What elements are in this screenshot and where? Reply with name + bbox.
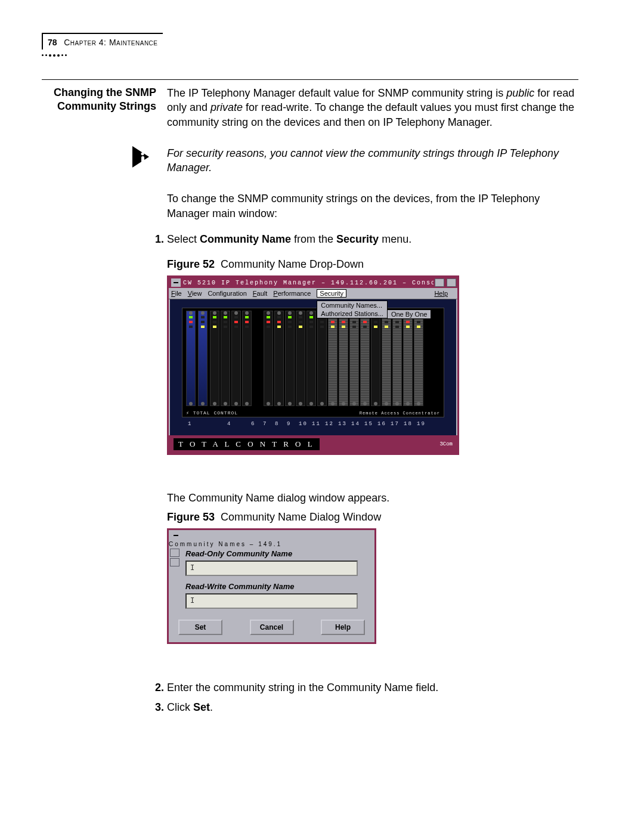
svg-marker-0: [132, 146, 149, 168]
chapter-label: Chapter 4: Maintenance: [64, 38, 157, 47]
figure52-caption: Figure 52 Community Name Drop-Down: [167, 258, 578, 271]
minimize-icon[interactable]: [170, 549, 179, 557]
dialog-titlebar[interactable]: Community Names – 149.1: [169, 531, 374, 543]
label-readonly: Read-Only Community Name: [185, 549, 374, 558]
dialog-title: Community Names – 149.1: [169, 541, 374, 547]
menu-configuration[interactable]: Configuration: [208, 290, 246, 297]
page-number: 78: [48, 38, 57, 47]
maximize-icon[interactable]: [447, 278, 456, 287]
info-arrow-icon: [132, 146, 156, 168]
submenu-one-by-one[interactable]: One By One: [387, 309, 432, 319]
chassis-label-right: Remote Access Concentrator: [360, 411, 440, 416]
intro-paragraph: The IP Telephony Manager default value f…: [167, 86, 578, 129]
system-menu-icon[interactable]: [171, 278, 181, 287]
chassis-label-left: ⚡ TOTAL CONTROL: [186, 410, 238, 416]
maximize-icon[interactable]: [170, 558, 179, 566]
dropdown-authorized-stations[interactable]: Authorized Stations... One By One: [317, 309, 387, 318]
console-title: CW 5210 IP Telephony Manager – 149.112.6…: [183, 280, 434, 286]
menu-view[interactable]: View: [188, 290, 202, 297]
svg-rect-2: [141, 156, 144, 163]
total-control-logo: T O T A L C O N T R O L: [174, 438, 320, 450]
console-footer: T O T A L C O N T R O L 3Com: [169, 435, 457, 453]
menu-file[interactable]: File: [171, 290, 182, 297]
brand-badge: 3Com: [439, 441, 453, 447]
after-fig52-text: The Community Name dialog window appears…: [167, 491, 578, 505]
minimize-icon[interactable]: [435, 278, 444, 287]
set-button[interactable]: Set: [178, 620, 222, 635]
console-titlebar[interactable]: CW 5210 IP Telephony Manager – 149.112.6…: [169, 277, 457, 288]
cancel-button[interactable]: Cancel: [250, 620, 294, 635]
system-menu-icon[interactable]: [171, 531, 181, 540]
svg-point-1: [141, 152, 144, 155]
security-note: For security reasons, you cannot view th…: [167, 146, 578, 175]
page-header: 78 Chapter 4: Maintenance: [42, 33, 163, 49]
menu-performance[interactable]: Performance: [273, 290, 311, 297]
decorative-dots: [42, 49, 78, 61]
section-title: Changing the SNMP Community Strings: [42, 86, 156, 114]
figure52-console-window: CW 5210 IP Telephony Manager – 149.112.6…: [167, 275, 459, 455]
input-readonly-community[interactable]: I: [185, 561, 358, 576]
figure53-dialog: Community Names – 149.1 Read-Only Commun…: [167, 528, 376, 644]
input-readwrite-community[interactable]: I: [185, 593, 358, 609]
step-1: Select Community Name from the Security …: [167, 231, 578, 247]
dropdown-community-names[interactable]: Community Names...: [317, 301, 387, 309]
figure53-caption: Figure 53 Community Name Dialog Window: [167, 511, 578, 524]
menu-security[interactable]: Security: [317, 289, 346, 298]
horizontal-rule: [42, 79, 578, 80]
step-3: Click Set.: [167, 699, 578, 716]
help-button[interactable]: Help: [321, 620, 365, 635]
security-dropdown: Community Names... Authorized Stations..…: [317, 301, 388, 318]
menu-fault[interactable]: Fault: [253, 290, 267, 297]
step-2: Enter the community string in the Commun…: [167, 680, 578, 696]
chassis-graphic: ⚡ TOTAL CONTROL Remote Access Concentrat…: [182, 308, 444, 417]
menu-help[interactable]: Help: [434, 290, 448, 297]
label-readwrite: Read-Write Community Name: [185, 582, 374, 591]
console-body: ⚡ TOTAL CONTROL Remote Access Concentrat…: [170, 299, 456, 435]
slot-numbers-row: 14678910111213141516171819: [182, 421, 444, 429]
console-menubar: File View Configuration Fault Performanc…: [169, 288, 457, 299]
lead-in-paragraph: To change the SNMP community strings on …: [167, 191, 578, 221]
